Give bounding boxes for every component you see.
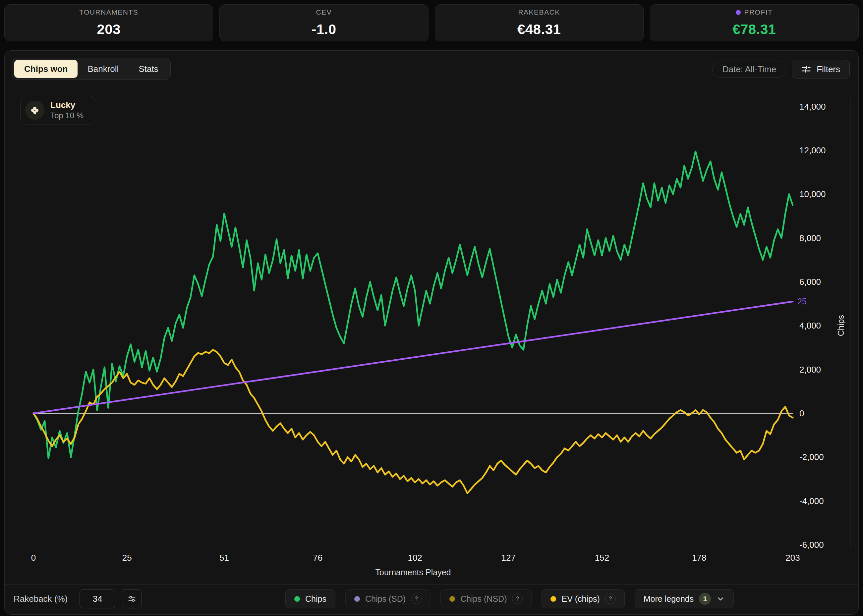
legend-label: Chips: [305, 594, 326, 604]
tab-bankroll[interactable]: Bankroll: [77, 60, 129, 78]
stat-value: €48.31: [517, 22, 561, 38]
y-tick-label: 8,000: [799, 233, 821, 243]
y-axis-title: Chips: [836, 315, 846, 336]
filters-button[interactable]: Filters: [792, 60, 850, 79]
adjust-icon: [127, 594, 137, 603]
lucky-title: Lucky: [50, 100, 83, 110]
y-tick-label: 12,000: [799, 145, 826, 155]
legend-row: Chips Chips (SD) ? Chips (NSD) ? EV (chi…: [285, 589, 734, 608]
stat-label-text: PROFIT: [744, 8, 773, 16]
chips-nsd-dot-icon: [449, 596, 455, 602]
chart-panel: Chips won Bankroll Stats Date: All-Time: [4, 50, 859, 615]
stat-card-rakeback: RAKEBACK €48.31: [435, 4, 644, 41]
bottom-bar: Rakeback (%) Chips: [5, 585, 858, 615]
profit-dot-icon: [736, 10, 741, 15]
lucky-subtitle: Top 10 %: [50, 110, 83, 121]
x-tick-label: 76: [313, 553, 323, 563]
y-tick-label: 6,000: [799, 277, 821, 287]
y-tick-label: 0: [799, 409, 804, 418]
clover-icon: [29, 105, 41, 116]
tab-stats[interactable]: Stats: [129, 60, 168, 78]
stats-row: TOURNAMENTS 203 CEV -1.0 RAKEBACK €48.31…: [4, 4, 859, 41]
legend-label: Chips (NSD): [460, 594, 507, 604]
x-tick-label: 0: [31, 553, 36, 563]
y-tick-label: -6,000: [799, 540, 824, 550]
rakeback-input[interactable]: [80, 589, 115, 608]
reference-end-label: 25: [797, 297, 807, 306]
tab-chips-won[interactable]: Chips won: [14, 60, 77, 78]
lucky-icon-circle: [25, 101, 44, 120]
y-tick-label: 2,000: [799, 365, 821, 374]
rakeback-group: Rakeback (%): [14, 589, 142, 608]
stat-value: €78.31: [732, 22, 776, 38]
filters-label: Filters: [817, 64, 840, 74]
stat-label: RAKEBACK: [518, 8, 560, 16]
y-tick-label: 10,000: [799, 189, 826, 199]
more-legends-count-badge: 1: [699, 593, 711, 605]
more-legends-label: More legends: [644, 594, 694, 604]
x-tick-label: 203: [786, 553, 800, 563]
poker-tracker-page: TOURNAMENTS 203 CEV -1.0 RAKEBACK €48.31…: [0, 0, 863, 616]
date-range-pill[interactable]: Date: All-Time: [712, 61, 786, 78]
sliders-icon: [802, 64, 811, 74]
y-tick-label: 4,000: [799, 321, 821, 330]
stat-label: TOURNAMENTS: [79, 8, 138, 16]
x-tick-label: 178: [692, 553, 706, 563]
x-tick-label: 25: [122, 553, 132, 563]
stat-card-tournaments: TOURNAMENTS 203: [4, 4, 213, 41]
x-tick-label: 127: [501, 553, 516, 563]
tab-group: Chips won Bankroll Stats: [12, 58, 171, 80]
legend-chips-sd[interactable]: Chips (SD) ?: [345, 589, 430, 608]
chips-line-chart[interactable]: 2514,00012,00010,0008,0006,0004,0002,000…: [5, 51, 859, 615]
legend-label: Chips (SD): [365, 594, 406, 604]
x-tick-label: 51: [219, 553, 229, 563]
chips-sd-dot-icon: [354, 596, 360, 602]
stat-value: 203: [97, 22, 121, 38]
legend-label: EV (chips): [561, 594, 600, 604]
lucky-text: Lucky Top 10 %: [50, 100, 83, 121]
stat-card-cev: CEV -1.0: [219, 4, 428, 41]
rakeback-settings-button[interactable]: [122, 589, 142, 608]
series-line-chips: [33, 151, 793, 458]
legend-chips[interactable]: Chips: [285, 589, 335, 608]
stat-value: -1.0: [312, 22, 336, 38]
help-icon[interactable]: ?: [512, 594, 523, 604]
legend-ev-chips[interactable]: EV (chips) ?: [542, 589, 624, 608]
panel-header: Chips won Bankroll Stats Date: All-Time: [5, 51, 858, 87]
ev-chips-dot-icon: [551, 596, 556, 602]
help-icon[interactable]: ?: [411, 594, 422, 604]
legend-chips-nsd[interactable]: Chips (NSD) ?: [441, 589, 532, 608]
x-tick-label: 152: [595, 553, 609, 563]
chevron-down-icon: [716, 594, 725, 603]
y-tick-label: -2,000: [799, 452, 824, 462]
series-line-ev-chips-: [33, 350, 793, 493]
rakeback-label: Rakeback (%): [14, 594, 68, 604]
y-tick-label: 14,000: [799, 102, 826, 112]
y-tick-label: -4,000: [799, 496, 824, 506]
help-icon[interactable]: ?: [605, 594, 616, 604]
stat-label: PROFIT: [736, 8, 773, 16]
chips-dot-icon: [294, 596, 300, 602]
x-axis-title: Tournaments Played: [375, 568, 451, 577]
header-actions: Date: All-Time Filters: [712, 58, 850, 79]
stat-label: CEV: [316, 8, 332, 16]
stat-card-profit: PROFIT €78.31: [650, 4, 859, 41]
lucky-badge[interactable]: Lucky Top 10 %: [20, 96, 95, 125]
more-legends-button[interactable]: More legends 1: [635, 589, 734, 608]
x-tick-label: 102: [408, 553, 422, 563]
